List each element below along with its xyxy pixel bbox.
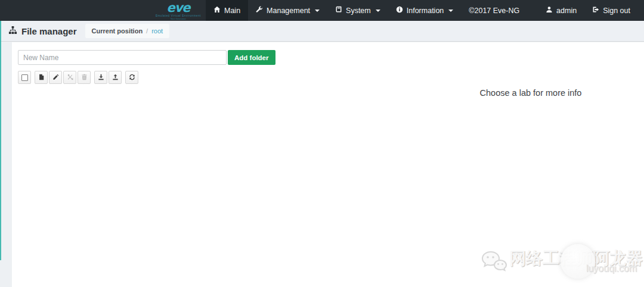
select-all-button[interactable] (18, 71, 31, 84)
home-icon (213, 6, 221, 15)
nav-item-label: Information (407, 7, 444, 15)
nav-item-system[interactable]: System (327, 0, 388, 21)
chevron-down-icon (315, 10, 320, 12)
rename-button[interactable] (49, 71, 62, 84)
eve-logo[interactable]: eve Emulated Virtual Environment Next Ge… (151, 1, 206, 20)
new-folder-row: Add folder (18, 50, 275, 65)
cut-button[interactable] (63, 71, 76, 84)
breadcrumb-root-link[interactable]: root (151, 27, 163, 35)
nav-item-label: Main (224, 7, 240, 15)
nav-item-copyright: ©2017 Eve-NG (461, 0, 527, 21)
nav-item-label: Sign out (603, 7, 630, 15)
upload-button[interactable] (109, 71, 122, 84)
chevron-down-icon (376, 10, 380, 12)
breadcrumb-label: Current position (92, 27, 143, 35)
upload-icon (112, 73, 119, 82)
nav-item-label: admin (556, 7, 577, 15)
eve-logo-text: eve (151, 2, 206, 14)
nav-item-main[interactable]: Main (206, 0, 248, 21)
toolbar-group-edit (35, 71, 91, 84)
main-menu: Main Management System Information ©2017… (206, 0, 527, 21)
trash-icon (81, 73, 88, 82)
nav-item-label: System (346, 7, 371, 15)
info-circle-icon (396, 6, 403, 15)
chevron-down-icon (448, 10, 453, 12)
book-icon (335, 6, 342, 15)
nav-item-label: Management (267, 7, 310, 15)
wrench-icon (256, 6, 263, 15)
sign-out-icon (592, 6, 599, 15)
file-toolbar (18, 71, 138, 84)
toolbar-group-select (18, 71, 31, 84)
refresh-button[interactable] (125, 71, 138, 84)
sitemap-icon (8, 26, 17, 36)
toolbar-group-transfer (94, 71, 122, 84)
page-title: File manager (8, 26, 77, 36)
user-menu: admin Sign out (538, 0, 638, 21)
download-icon (98, 73, 104, 82)
delete-button[interactable] (78, 71, 91, 84)
checkbox-icon (21, 74, 28, 81)
lab-info-empty-message: Choose a lab for more info (417, 88, 644, 98)
refresh-icon (129, 73, 135, 82)
nav-item-management[interactable]: Management (248, 0, 327, 21)
nav-item-admin[interactable]: admin (538, 0, 584, 21)
page-header: File manager Current position / root (0, 21, 644, 42)
page-title-text: File manager (21, 26, 77, 36)
breadcrumb: Current position / root (85, 24, 170, 38)
pencil-icon (52, 73, 59, 82)
left-edge-stripe (0, 21, 1, 260)
user-icon (546, 6, 553, 15)
eve-logo-subline: Next Generation (151, 18, 206, 21)
new-name-input[interactable] (18, 50, 227, 65)
file-icon (38, 73, 45, 82)
toolbar-group-refresh (125, 71, 138, 84)
eve-logo-tagline: Emulated Virtual Environment (151, 15, 206, 18)
nav-item-signout[interactable]: Sign out (584, 0, 638, 21)
nav-item-information[interactable]: Information (388, 0, 462, 21)
nav-item-label: ©2017 Eve-NG (469, 7, 519, 15)
add-folder-button[interactable]: Add folder (228, 50, 275, 65)
scissors-icon (67, 73, 73, 82)
new-file-button[interactable] (35, 71, 48, 84)
top-navbar: eve Emulated Virtual Environment Next Ge… (0, 0, 644, 21)
download-button[interactable] (94, 71, 107, 84)
breadcrumb-separator: / (146, 27, 148, 35)
